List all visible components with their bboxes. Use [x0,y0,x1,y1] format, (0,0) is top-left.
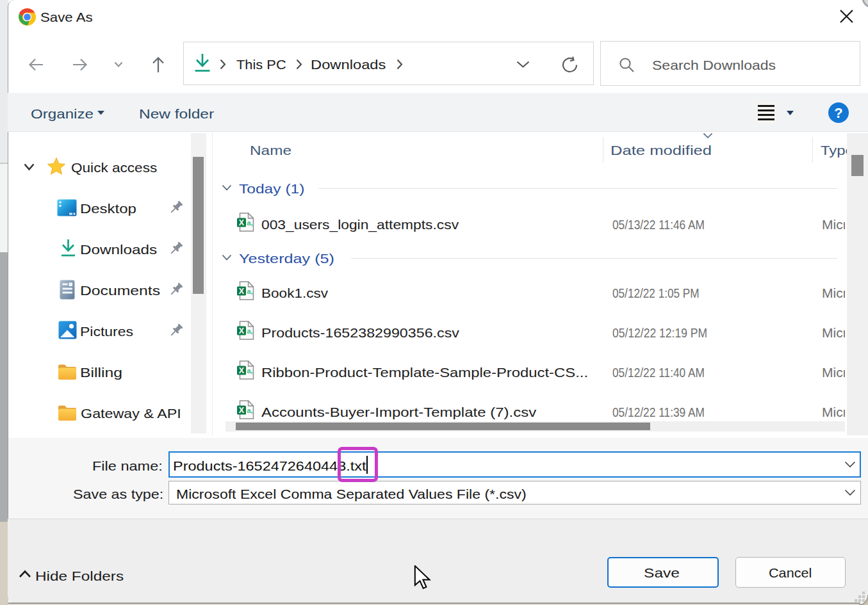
svg-text:X: X [239,218,245,227]
svg-text:a,: a, [247,327,253,335]
svg-text:?: ? [834,105,842,121]
svg-text:X: X [239,327,245,335]
svg-text:X: X [239,366,245,375]
svg-text:a,: a, [247,367,253,375]
svg-text:a,: a, [247,219,253,227]
svg-text:a,: a, [247,407,253,414]
svg-text:X: X [239,287,245,296]
svg-text:X: X [239,406,245,415]
svg-text:a,: a, [247,287,253,295]
